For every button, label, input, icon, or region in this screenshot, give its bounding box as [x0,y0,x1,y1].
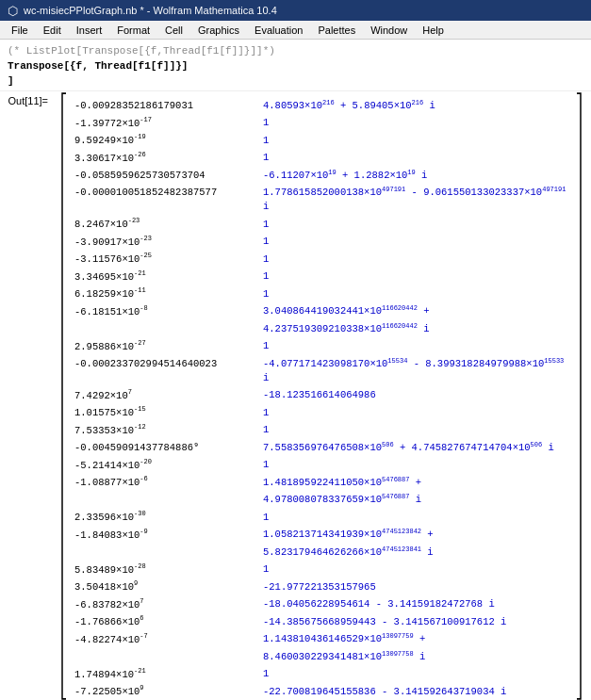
table-row: 3.30617×10-261 [74,148,568,166]
table-row: -0.000233702994514640023-4.0771714230981… [74,353,568,385]
cell-right: 1 [263,667,568,681]
table-row: -1.08877×10-61.481895922411050×105476887… [74,472,568,507]
menu-bar: FileEditInsertFormatCellGraphicsEvaluati… [0,21,591,40]
right-bracket-icon [576,91,583,700]
cell-left: -0.0585959625730573704 [74,169,263,183]
cell-left: -6.83782×107 [74,594,263,612]
cell-right: 1 [263,116,568,130]
menu-item-graphics[interactable]: Graphics [190,23,247,38]
table-row: -0.00459091437784886⁹7.558356976476508×1… [74,437,568,455]
cell-left: -1.08877×10-6 [74,472,263,490]
cell-right: 1 [263,339,568,353]
table-row: -6.18151×10-83.040864419032441×101166204… [74,301,568,336]
cell-left: -0.000233702994514640023 [74,357,263,371]
cell-right: -6.11207×1019 + 1.2882×1019 i [263,165,568,183]
cell-right: 1 [263,511,568,525]
table-row: -6.83782×107-18.04056228954614 - 3.14159… [74,594,568,612]
cell-left: -7.22505×109 [74,681,263,699]
cell-right: 1 [263,235,568,249]
cell-left: 5.83489×10-28 [74,560,263,578]
menu-item-evaluation[interactable]: Evaluation [247,23,310,38]
cell-right: 1 [263,252,568,267]
cell-right: 1 [263,458,568,472]
cell-left: -3.90917×10-23 [74,232,263,250]
cell-left: -1.76866×106 [74,611,263,629]
table-row: 7.4292×107-18.123516614064986 [74,385,568,403]
table-row: -5.21414×10-201 [74,455,568,473]
table-row: -3.90917×10-231 [74,232,568,250]
table-row: 7.53353×10-121 [74,420,568,438]
table-row: -0.0585959625730573704-6.11207×1019 + 1.… [74,165,568,183]
table-row: -7.22505×109-22.700819645155836 - 3.1415… [74,681,568,699]
cell-right: -14.385675668959443 - 3.141567100917612 … [263,615,568,629]
cell-right: 4.80593×10216 + 5.89405×10216 i [263,95,568,113]
table-row: 1.74894×10-211 [74,664,568,682]
cell-left: 7.53353×10-12 [74,420,263,438]
table-row: -1.76866×106-14.385675668959443 - 3.1415… [74,611,568,629]
menu-item-edit[interactable]: Edit [36,23,69,38]
cell-right: 1.481895922411050×105476887 + 4.97800807… [263,472,568,507]
cell-left: -3.11576×10-25 [74,249,263,267]
cell-right: 1.778615852000138×10497191 - 9.061550133… [263,183,568,215]
code-line-2: Transpose[{f, Thread[f1[f]]}] [8,58,583,73]
table-row: 5.83489×10-281 [74,560,568,578]
cell-left: -1.84083×10-9 [74,525,263,543]
cell-right: 1 [263,151,568,165]
cell-right: -21.977221353157965 [263,580,568,594]
table-row: 8.2467×10-231 [74,214,568,232]
matrix-wrapper: -0.009283521861790314.80593×10216 + 5.89… [52,91,591,700]
table-row: 9.59249×10-191 [74,130,568,148]
menu-item-cell[interactable]: Cell [157,23,190,38]
table-row: -1.39772×10-171 [74,113,568,131]
cell-left: 3.30617×10-26 [74,148,263,166]
output-label: Out[11]= [0,91,52,700]
cell-right: 1.058213714341939×104745123842 + 5.82317… [263,525,568,560]
cell-right: -4.077171423098170×1015534 - 8.399318284… [263,353,568,385]
matrix-rows: -0.009283521861790314.80593×10216 + 5.89… [74,95,568,700]
cell-right: 1 [263,423,568,437]
cell-right: 1 [263,287,568,301]
app-icon: ⬡ [8,4,18,18]
menu-item-format[interactable]: Format [109,23,157,38]
cell-right: 1 [263,218,568,232]
comment-text: (* ListPlot[Transpose[{f,Thread[f1[f]]}]… [8,45,275,57]
table-row: 1.01575×10-151 [74,402,568,420]
title-bar: ⬡ wc-misiecPPlotGraph.nb * - Wolfram Mat… [0,0,591,21]
cell-left: -0.00459091437784886⁹ [74,441,263,455]
cell-left: 9.59249×10-19 [74,130,263,148]
menu-item-file[interactable]: File [4,23,36,38]
cell-left: 2.95886×10-27 [74,336,263,354]
cell-right: 7.558356976476508×10506 + 4.745827674714… [263,437,568,455]
cell-right: 1 [263,134,568,148]
cell-right: 1 [263,406,568,420]
main-content: Out[11]= -0.009283521861790314.80593×102… [0,91,591,700]
cell-left: -5.21414×10-20 [74,455,263,473]
table-row: -0.009283521861790314.80593×10216 + 5.89… [74,95,568,113]
code-area: (* ListPlot[Transpose[{f,Thread[f1[f]]}]… [0,40,591,91]
table-row: -0.0000100518524823875771.77861585200013… [74,183,568,215]
cell-right: 1 [263,562,568,577]
table-row: 2.33596×10-301 [74,507,568,525]
menu-item-window[interactable]: Window [363,23,415,38]
left-bracket-icon [59,91,67,700]
menu-item-help[interactable]: Help [415,23,451,38]
menu-item-insert[interactable]: Insert [69,23,110,38]
code-line-3: ] [8,73,583,89]
cell-left: 6.18259×10-11 [74,284,263,301]
table-row: 3.34695×10-211 [74,267,568,285]
cell-left: 1.74894×10-21 [74,664,263,682]
title-bar-text: wc-misiecPPlotGraph.nb * - Wolfram Mathe… [24,5,277,16]
menu-item-palettes[interactable]: Palettes [310,23,363,38]
table-row: -4.82274×10-71.143810436146529×101309775… [74,629,568,664]
cell-left: 1.01575×10-15 [74,402,263,420]
cell-left: 3.50418×109 [74,577,263,594]
cell-left: 7.4292×107 [74,385,263,403]
table-row: -1.84083×10-91.058213714341939×104745123… [74,525,568,560]
cell-right: -18.123516614064986 [263,388,568,402]
cell-left: -6.18151×10-8 [74,301,263,319]
cell-right: 1 [263,269,568,284]
cell-right: 3.040864419032441×10116620442 + 4.237519… [263,301,568,336]
out-label-text: Out[11]= [8,95,48,106]
table-row: 2.95886×10-271 [74,336,568,354]
code-bracket: ] [8,75,14,87]
